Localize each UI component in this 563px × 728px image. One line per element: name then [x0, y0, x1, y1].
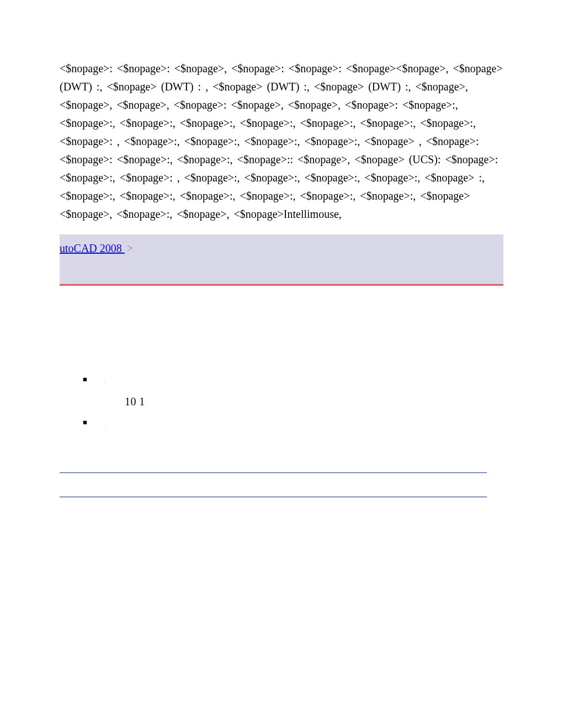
list-item: .: [83, 416, 563, 433]
list-item-dot: .: [104, 424, 105, 428]
divider-line: [60, 496, 487, 497]
breadcrumb-link[interactable]: utoCAD 2008: [60, 242, 125, 254]
bullet-list-section: . 10 1 .: [0, 373, 563, 433]
nopage-content: <$nopage>: <$nopage>: <$nopage>, <$nopag…: [60, 62, 503, 220]
list-item: . 10 1: [83, 373, 563, 410]
divider-line: [60, 472, 487, 473]
breadcrumb-separator: >: [127, 242, 133, 254]
nopage-text-block: <$nopage>: <$nopage>: <$nopage>, <$nopag…: [0, 0, 563, 234]
list-numbers: 10 1: [104, 393, 563, 410]
breadcrumb-bar: utoCAD 2008 >: [60, 234, 503, 286]
divider-container: [60, 472, 487, 497]
list-item-dot: .: [104, 381, 105, 385]
